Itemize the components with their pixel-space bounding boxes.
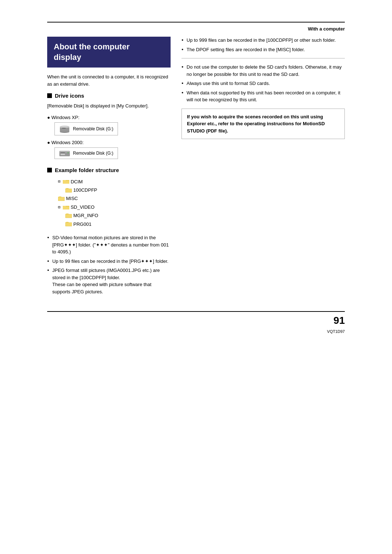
- folder-name-mgrinfo: MGR_INFO: [73, 211, 98, 220]
- folder-open-icon-sdvideo: [63, 205, 69, 210]
- left-bullet-list: SD-Video format motion pictures are stor…: [47, 234, 171, 295]
- folder-row-100cdpfp: 100CDPFP: [65, 186, 171, 194]
- heading-square-icon2: [47, 168, 52, 172]
- svg-rect-28: [65, 223, 72, 226]
- folder-structure-heading-text: Example folder structure: [55, 167, 119, 173]
- svg-point-5: [62, 126, 68, 127]
- left-column: About the computer display When the unit…: [47, 37, 171, 300]
- page-code: VQT1D97: [327, 329, 345, 334]
- bottom-rule: [47, 311, 345, 312]
- win2000-disk-icon: [59, 150, 70, 157]
- folder-tree: ⊟ DCIM: [58, 178, 171, 228]
- svg-rect-19: [58, 197, 65, 201]
- expand-sdvideo: ⊟: [58, 204, 61, 211]
- folder-row-dcim: ⊟ DCIM: [58, 178, 171, 186]
- right-bullet-bottom-3: When data not supported by this unit has…: [181, 89, 345, 103]
- svg-rect-7: [60, 151, 70, 152]
- svg-rect-9: [61, 152, 65, 153]
- folder-name-dcim: DCIM: [71, 178, 83, 186]
- folder-icon-mgrinfo: [65, 213, 72, 218]
- page-title: About the computer display: [54, 42, 164, 62]
- svg-rect-23: [63, 207, 69, 209]
- divider-line: [181, 58, 345, 58]
- section-header-label: With a computer: [0, 26, 392, 32]
- drive-icons-heading: Drive icons: [47, 93, 171, 99]
- folder-name-misc: MISC: [66, 194, 78, 203]
- folder-icon-100cdpfp: [65, 188, 72, 193]
- folder-row-mgrinfo: MGR_INFO: [65, 211, 171, 220]
- intro-text: When the unit is connected to a computer…: [47, 73, 171, 87]
- right-bullet-list-top: Up to 999 files can be recorded in the […: [181, 37, 345, 53]
- folder-icon-prg001: [65, 221, 72, 227]
- xp-disk-label: Removable Disk (G:): [73, 126, 113, 131]
- win2000-drive-icon-box: Removable Disk (G:): [54, 147, 118, 159]
- folder-row-prg001: PRG001: [65, 220, 171, 228]
- svg-rect-25: [65, 214, 72, 218]
- heading-square-icon: [47, 93, 52, 98]
- right-bullet-bottom-2: Always use this unit to format SD cards.: [181, 80, 345, 87]
- left-bullet-3: JPEG format still pictures (IMGA0001.JPG…: [47, 267, 171, 295]
- xp-disk-icon: [59, 125, 70, 133]
- right-column: Up to 999 files can be recorded in the […: [181, 37, 345, 300]
- right-bullet-list-bottom: Do not use the computer to delete the SD…: [181, 64, 345, 103]
- page-number-area: 91 VQT1D97: [47, 315, 345, 334]
- folder-icon-misc: [58, 196, 65, 201]
- title-box: About the computer display: [47, 37, 171, 68]
- win2000-disk-label: Removable Disk (G:): [73, 151, 113, 156]
- two-column-layout: About the computer display When the unit…: [47, 37, 345, 300]
- info-box-text: If you wish to acquire the scenes record…: [187, 114, 325, 134]
- folder-structure-heading: Example folder structure: [47, 167, 171, 173]
- folder-name-prg001: PRG001: [73, 220, 91, 228]
- svg-rect-11: [61, 154, 65, 155]
- expand-dcim: ⊟: [58, 178, 61, 185]
- folder-name-100cdpfp: 100CDPFP: [73, 186, 97, 194]
- windows-2000-label: ● Windows 2000:: [47, 140, 171, 145]
- svg-rect-4: [62, 128, 66, 129]
- folder-row-sdvideo: ⊟ SD_VIDEO: [58, 203, 171, 211]
- page-number: 91: [334, 315, 345, 326]
- drive-icons-heading-text: Drive icons: [55, 93, 84, 99]
- svg-rect-14: [63, 181, 69, 184]
- folder-row-misc: MISC: [58, 194, 171, 203]
- svg-rect-16: [65, 189, 72, 192]
- folder-name-sdvideo: SD_VIDEO: [71, 203, 95, 211]
- section-label-text: With a computer: [308, 26, 345, 32]
- left-bullet-2: Up to 99 files can be recorded in the [P…: [47, 258, 171, 265]
- page-container: With a computer About the computer displ…: [0, 0, 392, 554]
- svg-rect-10: [68, 152, 69, 153]
- folder-open-icon-dcim: [63, 179, 69, 184]
- right-bullet-bottom-1: Do not use the computer to delete the SD…: [181, 64, 345, 78]
- drive-icons-intro: [Removable Disk] is displayed in [My Com…: [47, 102, 171, 110]
- left-bullet-1: SD-Video format motion pictures are stor…: [47, 234, 171, 256]
- right-bullet-top-2: The DPOF setting files are recorded in t…: [181, 46, 345, 53]
- right-bullet-top-1: Up to 999 files can be recorded in the […: [181, 37, 345, 44]
- info-box: If you wish to acquire the scenes record…: [181, 109, 345, 139]
- xp-drive-icon-box: Removable Disk (G:): [54, 122, 118, 135]
- windows-xp-label: ● Windows XP:: [47, 115, 171, 120]
- top-rule: [47, 22, 345, 23]
